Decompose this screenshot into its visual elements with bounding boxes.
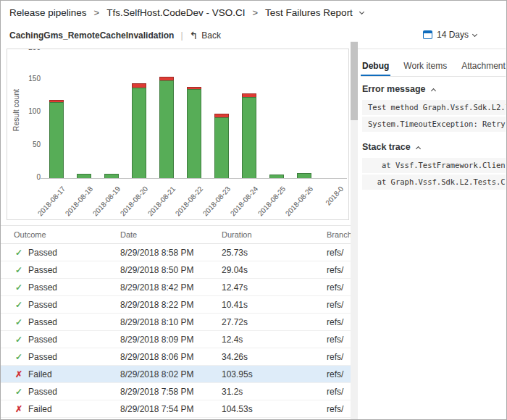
x-tick-label: 2018-08-20 xyxy=(119,185,149,217)
bar-failed[interactable] xyxy=(187,87,201,89)
failed-icon: ✗ xyxy=(14,369,24,379)
breadcrumb-separator: > xyxy=(252,7,258,18)
bar-failed[interactable] xyxy=(132,83,146,88)
table-row[interactable]: ✓Passed8/29/2018 8:42 PM12.47srefs/ xyxy=(1,279,351,296)
table-row[interactable]: ✗Failed8/29/2018 7:54 PM104.53srefs/ xyxy=(1,400,351,418)
code-line: at Graph.Vssf.Sdk.L2.Tests.Caching xyxy=(362,175,506,190)
duration-cell: 25.73s xyxy=(222,248,327,258)
breadcrumb-item-1[interactable]: Release pipelines xyxy=(9,7,87,18)
duration-cell: 34.26s xyxy=(222,352,327,362)
section-error-message-header[interactable]: Error message xyxy=(362,84,506,94)
branch-cell: refs/ xyxy=(327,335,351,345)
outcome-cell: ✓Passed xyxy=(14,300,120,310)
branch-cell: refs/ xyxy=(327,404,351,414)
x-tick-label: 2018-08-24 xyxy=(229,185,259,217)
table-header: OutcomeDateDurationBranch xyxy=(1,225,351,244)
table-row[interactable]: ✓Passed8/29/2018 8:58 PM25.73srefs/ xyxy=(1,244,351,261)
date-cell: 8/29/2018 8:09 PM xyxy=(120,335,222,345)
scrollbar-thumb[interactable] xyxy=(351,42,358,120)
table-row[interactable]: ✓Passed8/29/2018 8:09 PM12.4srefs/ xyxy=(1,331,351,348)
period-picker[interactable]: 14 Days xyxy=(423,30,477,40)
results-chart: Result count 0501001502002018-08-172018-… xyxy=(7,49,349,220)
outcome-label: Passed xyxy=(28,282,57,293)
section-stack-trace: Stack trace at Vssf.TestFramework.Client… xyxy=(361,142,506,190)
duration-cell: 29.04s xyxy=(222,265,327,275)
column-header-duration[interactable]: Duration xyxy=(222,230,327,239)
bar-passed[interactable] xyxy=(104,174,119,178)
tab-debug[interactable]: Debug xyxy=(361,56,390,76)
outcome-cell: ✓Passed xyxy=(14,282,120,293)
y-tick-label: 0 xyxy=(12,173,41,182)
calendar-icon xyxy=(423,30,432,39)
duration-cell: 103.95s xyxy=(222,369,327,379)
branch-cell: refs/ xyxy=(327,387,351,397)
breadcrumb: Release pipelines>Tfs.SelfHost.CodeDev -… xyxy=(9,7,364,18)
bar-passed[interactable] xyxy=(269,175,284,178)
section-title: Error message xyxy=(362,84,426,94)
branch-cell: refs/ xyxy=(327,248,351,258)
bar-passed[interactable] xyxy=(242,97,256,178)
x-tick-label-partial: 2018-0 xyxy=(324,185,345,207)
passed-icon: ✓ xyxy=(14,387,24,397)
table-row[interactable]: ✓Passed8/29/2018 8:22 PM10.41srefs/ xyxy=(1,296,351,314)
bar-passed[interactable] xyxy=(214,117,229,178)
bar-failed[interactable] xyxy=(159,77,174,80)
passed-icon: ✓ xyxy=(14,248,24,258)
test-name: CachingGms_RemoteCacheInvalidation xyxy=(9,30,174,41)
bar-failed[interactable] xyxy=(242,93,256,97)
table-row[interactable]: ✓Passed8/29/2018 7:58 PM31.2srefs/ xyxy=(1,383,351,400)
table-row[interactable]: ✓Passed8/29/2018 8:10 PM27.72srefs/ xyxy=(1,314,351,331)
column-header-branch[interactable]: Branch xyxy=(327,230,351,239)
breadcrumb-item-2[interactable]: Tfs.SelfHost.CodeDev - VSO.CI xyxy=(106,7,245,18)
date-cell: 8/29/2018 8:22 PM xyxy=(120,300,222,310)
table-row[interactable]: ✗Failed8/29/2018 8:02 PM103.95srefs/ xyxy=(1,366,351,383)
bar-passed[interactable] xyxy=(187,89,201,178)
code-line: Test method Graph.Vssf.Sdk.L2.Tests.C xyxy=(362,100,506,115)
bar-passed[interactable] xyxy=(297,173,311,178)
x-tick-label: 2018-08-18 xyxy=(64,185,94,217)
date-cell: 8/29/2018 8:42 PM xyxy=(120,282,222,293)
bar-passed[interactable] xyxy=(132,88,146,178)
date-cell: 8/29/2018 8:02 PM xyxy=(120,369,222,379)
breadcrumb-item-3[interactable]: Test Failures Report xyxy=(265,7,353,18)
chevron-down-icon xyxy=(472,31,477,36)
bar-passed[interactable] xyxy=(159,80,174,178)
outcome-label: Passed xyxy=(28,352,57,362)
duration-cell: 12.4s xyxy=(222,335,327,345)
passed-icon: ✓ xyxy=(14,335,24,345)
branch-cell: refs/ xyxy=(327,282,351,293)
passed-icon: ✓ xyxy=(14,265,24,275)
vertical-scrollbar[interactable] xyxy=(351,41,358,420)
outcome-label: Passed xyxy=(28,387,57,397)
branch-cell: refs/ xyxy=(327,352,351,362)
bar-failed[interactable] xyxy=(214,114,229,117)
x-tick-label: 2018-08-22 xyxy=(174,185,204,217)
tab-work-items[interactable]: Work items xyxy=(402,56,448,76)
outcome-cell: ✓Passed xyxy=(14,352,120,362)
table-row[interactable]: ✓Passed8/29/2018 8:50 PM29.04srefs/ xyxy=(1,261,351,279)
period-label: 14 Days xyxy=(437,30,469,40)
bar-passed[interactable] xyxy=(77,174,91,178)
panel-content: Error messageTest method Graph.Vssf.Sdk.… xyxy=(361,77,506,419)
back-button[interactable]: ↰ Back xyxy=(190,30,221,41)
bar-failed[interactable] xyxy=(49,100,64,102)
section-stack-trace-header[interactable]: Stack trace xyxy=(362,142,506,152)
details-panel: 14 Days DebugWork itemsAttachments Error… xyxy=(358,24,506,419)
branch-cell: refs/ xyxy=(327,317,351,327)
table-row[interactable]: ✓Passed8/29/2018 8:06 PM34.26srefs/ xyxy=(1,348,351,366)
outcome-cell: ✗Failed xyxy=(14,369,120,379)
results-table: OutcomeDateDurationBranch ✓Passed8/29/20… xyxy=(1,225,351,420)
bar-passed[interactable] xyxy=(49,102,64,178)
outcome-cell: ✓Passed xyxy=(14,265,120,275)
back-label: Back xyxy=(201,30,221,41)
toolbar-divider: | xyxy=(180,30,183,41)
tab-attachments[interactable]: Attachments xyxy=(460,56,506,76)
x-tick-label: 2018-08-26 xyxy=(284,185,314,217)
y-tick-label: 150 xyxy=(12,75,41,83)
column-header-outcome[interactable]: Outcome xyxy=(14,230,120,239)
column-header-date[interactable]: Date xyxy=(120,230,222,239)
x-tick-label: 2018-08-17 xyxy=(36,185,67,217)
y-tick-label: 100 xyxy=(12,107,41,116)
chevron-down-icon xyxy=(359,9,364,14)
breadcrumb-separator: > xyxy=(94,7,100,18)
